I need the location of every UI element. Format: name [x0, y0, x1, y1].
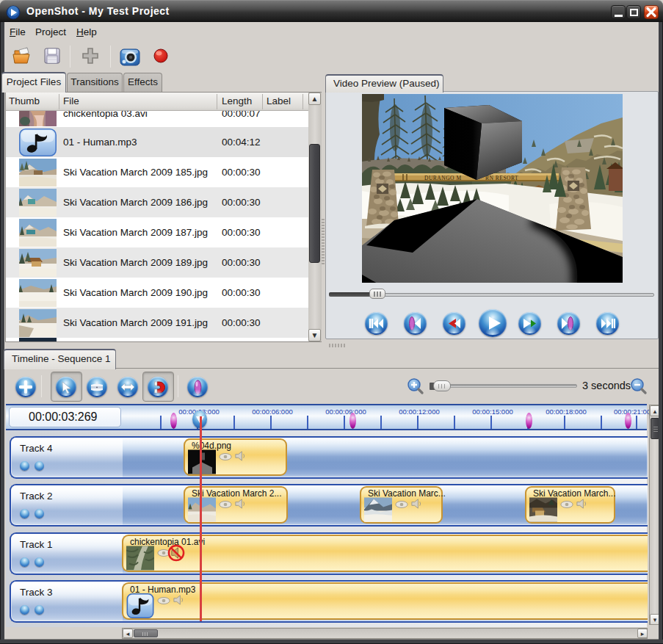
svg-text:RN RESORT: RN RESORT [485, 175, 518, 181]
svg-text:DURANGO M: DURANGO M [424, 175, 462, 181]
